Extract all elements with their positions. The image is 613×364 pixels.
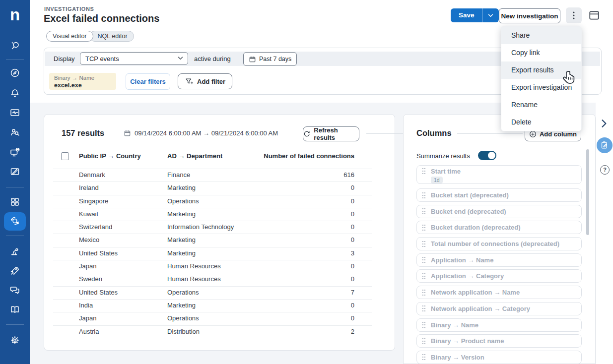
- column-item-binary-name[interactable]: Binary → Name: [416, 318, 582, 332]
- cell-failed-connections: 7: [351, 289, 354, 296]
- menu-item-copy-link[interactable]: Copy link: [501, 44, 581, 61]
- cell-failed-connections: 616: [343, 171, 354, 179]
- save-button[interactable]: Save: [451, 8, 482, 22]
- columns-scrollbar[interactable]: [586, 149, 589, 235]
- table-row[interactable]: KuwaitMarketing0: [44, 208, 396, 221]
- divider: [457, 133, 523, 134]
- edit-square-icon[interactable]: [9, 166, 20, 177]
- column-item-label: Application → Category: [431, 272, 504, 280]
- table-row[interactable]: JapanOperations0: [44, 312, 396, 325]
- cell-department: Marketing: [167, 210, 196, 218]
- drag-handle-icon[interactable]: [422, 168, 426, 175]
- apps-grid-icon[interactable]: [9, 196, 20, 207]
- column-item-bucket-duration-deprecated[interactable]: Bucket duration (deprecated): [416, 221, 582, 234]
- people-search-icon[interactable]: [9, 127, 20, 138]
- cell-failed-connections: 0: [351, 184, 354, 191]
- table-row[interactable]: IndiaMarketing0: [44, 299, 396, 312]
- drag-handle-icon[interactable]: [422, 338, 426, 345]
- table-row[interactable]: DenmarkFinance616: [44, 169, 396, 182]
- table-header-row: Public IP → Country AD → Department Numb…: [44, 151, 396, 169]
- drag-handle-icon[interactable]: [422, 208, 426, 215]
- drag-handle-icon[interactable]: [422, 224, 426, 231]
- time-range-value: Past 7 days: [259, 56, 291, 62]
- robot-arm-icon[interactable]: [9, 246, 20, 257]
- drag-handle-icon[interactable]: [422, 192, 426, 199]
- duration-badge: 1d: [431, 177, 443, 183]
- column-item-application-category[interactable]: Application → Category: [416, 269, 582, 283]
- help-button[interactable]: ?: [600, 165, 610, 175]
- tab-nql-editor[interactable]: NQL editor: [89, 31, 134, 42]
- collapse-panel-button[interactable]: [601, 119, 607, 130]
- column-item-start-time[interactable]: Start time1d: [416, 165, 582, 184]
- column-header-department[interactable]: AD → Department: [167, 152, 222, 160]
- layout-panel-button[interactable]: [586, 7, 602, 23]
- menu-item-rename[interactable]: Rename: [501, 96, 581, 114]
- library-book-icon[interactable]: [9, 304, 20, 315]
- column-item-network-application-category[interactable]: Network application → Category: [416, 302, 582, 315]
- column-item-total-number-of-connections-deprecated[interactable]: Total number of connections (deprecated): [416, 237, 582, 250]
- table-row[interactable]: SwedenHuman Resources0: [44, 273, 396, 286]
- cell-department: Operations: [167, 197, 199, 205]
- table-row[interactable]: SingaporeOperations0: [44, 195, 396, 208]
- edit-note-button[interactable]: [597, 137, 613, 153]
- investigations-search-icon[interactable]: [9, 216, 20, 227]
- device-globe-icon[interactable]: [9, 147, 20, 158]
- drag-handle-icon[interactable]: [422, 256, 426, 263]
- more-actions-button[interactable]: [566, 7, 582, 23]
- drag-handle-icon[interactable]: [422, 321, 426, 328]
- event-type-select[interactable]: TCP events: [80, 52, 188, 65]
- drag-handle-icon[interactable]: [422, 241, 426, 247]
- column-item-bucket-end-deprecated[interactable]: Bucket end (deprecated): [416, 205, 582, 218]
- menu-item-share[interactable]: Share: [501, 27, 581, 44]
- sidebar-divider: [6, 60, 24, 60]
- drag-handle-icon[interactable]: [422, 354, 426, 361]
- summarize-results-toggle[interactable]: [478, 151, 496, 160]
- column-item-application-name[interactable]: Application → Name: [416, 253, 582, 267]
- chevron-right-icon: [601, 119, 607, 128]
- cell-country: Denmark: [79, 171, 105, 179]
- add-column-label: Add column: [540, 130, 577, 138]
- column-header-country[interactable]: Public IP → Country: [79, 152, 141, 160]
- column-item-bucket-start-deprecated[interactable]: Bucket start (deprecated): [416, 188, 582, 202]
- ai-search-icon[interactable]: [9, 40, 20, 51]
- column-item-network-application-name[interactable]: Network application → Name: [416, 286, 582, 299]
- table-row[interactable]: United StatesMarketing3: [44, 247, 396, 260]
- alerts-bell-icon[interactable]: [9, 88, 20, 99]
- column-header-failed-connections[interactable]: Number of failed connections: [264, 152, 354, 160]
- tab-visual-editor[interactable]: Visual editor: [46, 31, 93, 42]
- column-item-binary-version[interactable]: Binary → Version: [416, 351, 582, 364]
- table-row[interactable]: SwitzerlandInformation Technology0: [44, 221, 396, 234]
- table-row[interactable]: United StatesOperations7: [44, 286, 396, 299]
- refresh-results-button[interactable]: Refresh results: [303, 126, 359, 141]
- menu-item-delete[interactable]: Delete: [501, 114, 581, 131]
- filter-chip-field: Binary → Name: [54, 74, 111, 82]
- rocket-icon[interactable]: [9, 265, 20, 276]
- select-all-checkbox[interactable]: [61, 152, 69, 160]
- drag-handle-icon[interactable]: [422, 289, 426, 296]
- chat-bubbles-icon[interactable]: [9, 285, 20, 296]
- add-filter-button[interactable]: Add filter: [178, 73, 232, 89]
- compass-icon[interactable]: [9, 67, 20, 78]
- table-row[interactable]: AustriaDistribution2: [44, 325, 396, 338]
- summarize-results-label: Summarize results: [416, 152, 470, 160]
- column-item-label: Start time: [431, 168, 461, 175]
- table-row[interactable]: JapanHuman Resources0: [44, 260, 396, 273]
- settings-gear-icon[interactable]: [9, 335, 20, 346]
- column-item-binary-product-name[interactable]: Binary → Product name: [416, 334, 582, 348]
- clear-filters-button[interactable]: Clear filters: [126, 73, 170, 90]
- monitor-pulse-icon[interactable]: [9, 107, 20, 118]
- save-options-button[interactable]: [482, 8, 499, 22]
- table-row[interactable]: IrelandMarketing0: [44, 182, 396, 194]
- drag-handle-icon[interactable]: [422, 305, 426, 312]
- columns-panel-title: Columns: [416, 128, 452, 138]
- table-row[interactable]: MexicoMarketing0: [44, 234, 396, 246]
- new-investigation-button[interactable]: New investigation: [499, 8, 560, 23]
- time-range-button[interactable]: Past 7 days: [243, 52, 297, 66]
- results-date-range-row: 09/14/2024 6:00:00 AM → 09/21/2024 6:00:…: [124, 129, 278, 137]
- nexthink-logo[interactable]: n: [0, 5, 30, 25]
- cell-country: Kuwait: [79, 210, 98, 218]
- drag-handle-icon[interactable]: [422, 273, 426, 280]
- column-item-label: Bucket end (deprecated): [431, 208, 506, 215]
- filter-chip[interactable]: Binary → Name excel.exe: [49, 73, 116, 90]
- event-type-value: TCP events: [85, 55, 119, 62]
